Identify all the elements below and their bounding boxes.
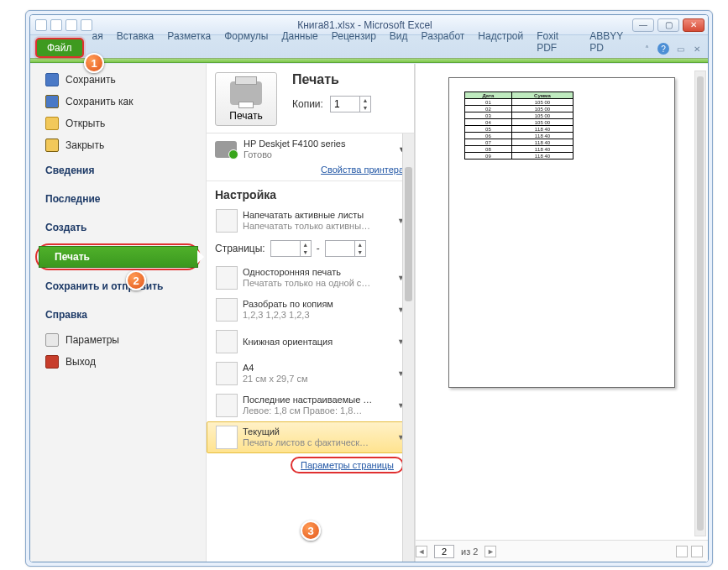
sheets-icon <box>216 209 238 233</box>
copies-input[interactable] <box>331 97 359 112</box>
page-of-label: из 2 <box>461 546 478 557</box>
preview-page: ДатаСумма01105 0002105 0003105 0004105 0… <box>448 77 675 388</box>
help-icon[interactable]: ? <box>657 43 669 55</box>
scrollbar-thumb[interactable] <box>697 76 704 531</box>
option-collate-sub: 1,2,3 1,2,3 1,2,3 <box>243 310 392 321</box>
callout-badge-3: 3 <box>301 520 321 541</box>
qat-save-icon[interactable] <box>50 19 62 31</box>
sidebar-label-saveas: Сохранить как <box>65 96 133 107</box>
option-sides[interactable]: Односторонняя печатьПечатать только на о… <box>207 262 414 294</box>
sidebar-item-options[interactable]: Параметры <box>30 329 206 351</box>
printer-status: Готово <box>244 149 391 160</box>
pages-to-spinner[interactable]: ▲▼ <box>325 240 366 257</box>
excel-icon <box>35 19 47 31</box>
scaling-icon <box>216 426 238 449</box>
option-paper-title: A4 <box>243 363 392 374</box>
print-button-label: Печать <box>216 110 276 122</box>
print-settings-panel: Печать Печать Копии: ▲▼ <box>207 64 415 562</box>
sidebar-item-open[interactable]: Открыть <box>30 112 206 134</box>
tab-5[interactable]: Рецензир <box>325 27 383 58</box>
sidebar-item-print[interactable]: Печать <box>39 246 198 268</box>
option-scaling[interactable]: ТекущийПечать листов с фактическ… ▼ <box>207 421 414 453</box>
sidebar-item-save[interactable]: Сохранить <box>30 69 206 91</box>
preview-scrollbar[interactable] <box>694 71 706 536</box>
tab-6[interactable]: Вид <box>383 27 415 58</box>
prev-page-button[interactable]: ◄ <box>416 546 427 557</box>
printer-name: HP Deskjet F4100 series <box>244 139 391 149</box>
printer-properties-link[interactable]: Свойства принтера <box>321 165 404 175</box>
sidebar-label-exit: Выход <box>65 356 96 368</box>
tab-10[interactable]: ABBYY PD <box>583 27 641 58</box>
printer-status-icon <box>215 141 237 158</box>
sidebar-item-help[interactable]: Справка <box>30 301 206 329</box>
sidebar-item-recent[interactable]: Последние <box>30 185 206 213</box>
tab-3[interactable]: Формулы <box>217 27 275 58</box>
show-margins-button[interactable] <box>676 546 688 557</box>
option-collate[interactable]: Разобрать по копиям1,2,3 1,2,3 1,2,3 ▼ <box>207 294 414 326</box>
preview-table: ДатаСумма01105 0002105 0003105 0004105 0… <box>464 92 573 159</box>
save-icon <box>45 73 59 86</box>
copies-spinner[interactable]: ▲▼ <box>330 96 371 112</box>
tab-8[interactable]: Надстрой <box>471 27 530 58</box>
sidebar-label-close: Закрыть <box>65 139 104 151</box>
next-page-button[interactable]: ► <box>484 546 496 557</box>
sidebar-item-saveas[interactable]: Сохранить как <box>30 91 206 112</box>
pages-from-spinner[interactable]: ▲▼ <box>270 240 312 257</box>
option-sides-sub: Печатать только на одной с… <box>243 278 392 289</box>
collate-icon <box>216 298 238 322</box>
sidebar-item-exit[interactable]: Выход <box>30 351 206 373</box>
tab-file[interactable]: Файл <box>35 38 84 58</box>
window-maximize-button[interactable]: ▢ <box>657 18 679 32</box>
print-button[interactable]: Печать <box>215 72 277 126</box>
sidebar-label-options: Параметры <box>65 334 119 346</box>
tab-2[interactable]: Разметка <box>160 27 217 58</box>
pages-sep: - <box>317 243 320 254</box>
option-orientation[interactable]: Книжная ориентация ▼ <box>207 326 414 358</box>
sidebar-item-share[interactable]: Сохранить и отправить <box>30 272 206 301</box>
option-margins-title: Последние настраиваемые … <box>243 395 392 405</box>
tab-9[interactable]: Foxit PDF <box>530 27 583 58</box>
page-icon <box>216 266 238 290</box>
option-paper[interactable]: A421 см x 29,7 см ▼ <box>207 358 414 390</box>
option-print-what[interactable]: Напечатать активные листыНапечатать толь… <box>207 205 414 237</box>
doc-close-icon[interactable]: ✕ <box>691 43 703 55</box>
printer-icon <box>230 81 262 105</box>
scrollbar-thumb[interactable] <box>405 167 412 301</box>
tab-1[interactable]: Вставка <box>110 27 161 58</box>
option-margins[interactable]: Последние настраиваемые …Левое: 1,8 см П… <box>207 390 414 421</box>
options-icon <box>45 333 59 347</box>
page-setup-label: Параметры страницы <box>301 460 394 470</box>
page-setup-link[interactable]: Параметры страницы <box>291 457 404 473</box>
option-scaling-sub: Печать листов с фактическ… <box>243 437 392 448</box>
ribbon-minimize-icon[interactable]: ˄ <box>641 43 652 55</box>
pages-label: Страницы: <box>215 243 265 254</box>
sidebar-item-close[interactable]: Закрыть <box>30 134 206 156</box>
pages-from-input[interactable] <box>271 241 300 256</box>
option-orientation-title: Книжная ориентация <box>243 337 392 348</box>
option-sides-title: Односторонняя печать <box>243 267 392 278</box>
qat-undo-icon[interactable] <box>65 19 77 31</box>
sidebar-label-info: Сведения <box>45 165 94 176</box>
close-icon <box>45 139 59 152</box>
spinner-up-icon[interactable]: ▲ <box>360 97 370 104</box>
pages-range: Страницы: ▲▼ - ▲▼ <box>207 237 414 262</box>
option-collate-title: Разобрать по копиям <box>243 299 392 310</box>
sidebar-label-help: Справка <box>45 309 87 321</box>
spinner-down-icon[interactable]: ▼ <box>360 104 370 112</box>
zoom-to-page-button[interactable] <box>691 546 703 557</box>
preview-controls: ◄ из 2 ► <box>416 540 708 562</box>
pages-to-input[interactable] <box>326 241 354 256</box>
printer-selector[interactable]: HP Deskjet F4100 series Готово ▼ <box>207 133 414 162</box>
sidebar-item-new[interactable]: Создать <box>30 213 206 242</box>
page-number-input[interactable] <box>434 545 454 558</box>
tab-7[interactable]: Разработ <box>415 27 472 58</box>
print-preview-panel: ДатаСумма01105 0002105 0003105 0004105 0… <box>415 64 708 562</box>
callout-badge-2: 2 <box>126 270 146 290</box>
sidebar-item-info[interactable]: Сведения <box>30 156 206 185</box>
doc-restore-icon[interactable]: ▭ <box>674 43 686 55</box>
window-close-button[interactable]: ✕ <box>683 18 704 32</box>
tab-4[interactable]: Данные <box>275 27 324 58</box>
tab-file-label: Файл <box>47 42 72 54</box>
settings-scrollbar[interactable] <box>402 133 414 562</box>
backstage-sidebar: Сохранить Сохранить как Открыть Закрыть … <box>30 64 207 562</box>
